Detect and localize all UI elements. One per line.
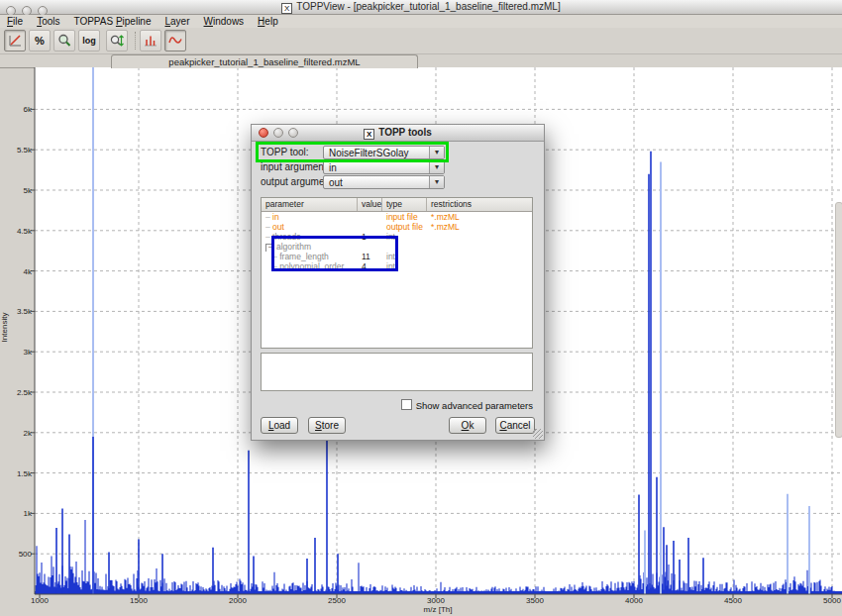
y-tick-4k: 4k <box>0 267 32 276</box>
param-row-threads[interactable]: – threads1int <box>262 232 532 242</box>
param-row-frame_length[interactable]: – frame_length11int <box>262 252 532 261</box>
parameter-table-header: parametervaluetyperestrictions <box>262 198 532 212</box>
output-argument-select[interactable]: out ▾ <box>323 175 445 189</box>
topp-tools-dialog: XTOPP tools TOPP tool: NoiseFilterSGolay… <box>251 124 545 441</box>
reset-zoom-button[interactable] <box>4 30 26 51</box>
menu-layer[interactable]: Layer <box>158 15 197 28</box>
param-row-in[interactable]: – ininput file*.mzML <box>262 212 532 222</box>
chevron-down-icon: ▾ <box>429 161 444 173</box>
advanced-checkbox[interactable] <box>401 399 412 410</box>
input-argument-row: input argument: in ▾ <box>252 160 544 174</box>
input-argument-select[interactable]: in ▾ <box>323 160 445 174</box>
diagonal-line-icon <box>7 33 23 49</box>
menu-toppas-pipeline[interactable]: TOPPAS Pipeline <box>66 15 158 28</box>
y-tick-1.5k: 1.5k <box>0 469 32 478</box>
topp-tool-value: NoiseFilterSGolay <box>329 148 409 158</box>
x-tick-2000: 2000 <box>216 596 260 605</box>
x-tick-1500: 1500 <box>117 596 160 605</box>
menu-bar: FileToolsTOPPAS PipelineLayerWindowsHelp <box>0 15 842 28</box>
x-tick-2500: 2500 <box>315 596 359 605</box>
y-axis-title: Intensity <box>0 298 9 358</box>
menu-help[interactable]: Help <box>251 15 285 28</box>
magnifier-icon <box>56 33 72 49</box>
load-button[interactable]: Load <box>261 417 298 434</box>
param-row-polynomial_order[interactable]: – polynomial_order4int <box>262 261 532 271</box>
cancel-button[interactable]: Cancel <box>495 417 535 434</box>
dialog-titlebar[interactable]: XTOPP tools <box>252 125 544 142</box>
topp-tool-select[interactable]: NoiseFilterSGolay ▾ <box>323 146 445 159</box>
chevron-down-icon: ▾ <box>429 147 444 158</box>
input-argument-value: in <box>329 162 337 173</box>
y-tick-2.5k: 2.5k <box>0 388 32 397</box>
column-header-type[interactable]: type <box>382 198 427 211</box>
stick-spectrum-icon <box>143 33 158 49</box>
log-icon: log <box>82 36 96 46</box>
topp-tool-label: TOPP tool: <box>261 147 309 157</box>
x-tick-4000: 4000 <box>612 596 656 605</box>
menu-windows[interactable]: Windows <box>197 15 252 28</box>
log-intensity-button[interactable]: log <box>78 30 100 51</box>
ok-button[interactable]: Ok <box>449 417 486 434</box>
chevron-down-icon: ▾ <box>429 176 444 188</box>
y-tick-4.5k: 4.5k <box>0 227 32 236</box>
window-title: TOPPView - [peakpicker_tutorial_1_baseli… <box>296 1 560 12</box>
store-button[interactable]: Store <box>308 417 346 434</box>
column-header-parameter[interactable]: parameter <box>262 198 358 211</box>
parameter-table-body: – ininput file*.mzML– outoutput file*.mz… <box>262 212 532 271</box>
advanced-checkbox-label: Show advanced parameters <box>416 400 533 411</box>
magnifier-arrows-icon <box>109 33 125 49</box>
peak-mode-button[interactable] <box>140 30 161 51</box>
advanced-parameters-row: Show advanced parameters <box>401 399 533 410</box>
param-row-out[interactable]: – outoutput file*.mzML <box>262 222 532 232</box>
output-argument-value: out <box>329 177 343 188</box>
right-scrollbar[interactable] <box>835 202 842 438</box>
percentage-intensity-button[interactable]: % <box>29 30 51 51</box>
profile-mode-button[interactable] <box>164 30 186 51</box>
zoom-mode-button[interactable] <box>53 30 75 51</box>
y-tick-5.5k: 5.5k <box>0 146 32 154</box>
tab-bar: peakpicker_tutorial_1_baseline_filtered.… <box>0 53 842 68</box>
resize-grip[interactable] <box>533 429 543 439</box>
window-titlebar[interactable]: XTOPPView - [peakpicker_tutorial_1_basel… <box>0 0 842 15</box>
input-argument-label: input argument: <box>261 161 330 172</box>
topp-tool-row: TOPP tool: NoiseFilterSGolay ▾ <box>252 146 544 159</box>
toolbar: % log <box>0 28 842 54</box>
y-tick-1k: 1k <box>0 509 32 518</box>
description-box <box>261 353 533 391</box>
x-tick-3000: 3000 <box>414 596 458 605</box>
app-icon: X <box>281 3 292 14</box>
param-row-algorithm[interactable]: −algorithm <box>262 242 532 252</box>
y-tick-5k: 5k <box>0 186 32 195</box>
x-tick-5000: 5000 <box>810 596 842 605</box>
y-tick-6k: 6k <box>0 105 32 114</box>
y-tick-500: 500 <box>0 550 32 559</box>
tab-mzml-file[interactable]: peakpicker_tutorial_1_baseline_filtered.… <box>111 54 418 68</box>
x-tick-4500: 4500 <box>711 596 755 605</box>
collapse-icon[interactable]: − <box>265 244 274 252</box>
snap-intensity-button[interactable] <box>106 30 128 51</box>
toolbar-separator <box>135 32 137 50</box>
percent-icon: % <box>35 35 45 47</box>
toppview-window: XTOPPView - [peakpicker_tutorial_1_basel… <box>0 0 842 616</box>
menu-file[interactable]: File <box>0 15 30 28</box>
x-tick-1000: 1000 <box>18 596 61 605</box>
dialog-title: TOPP tools <box>378 127 432 138</box>
y-tick-2k: 2k <box>0 429 32 438</box>
column-header-restrictions[interactable]: restrictions <box>427 198 530 211</box>
parameter-table[interactable]: parametervaluetyperestrictions – ininput… <box>261 197 533 349</box>
x-axis-title: m/z [Th] <box>398 605 477 614</box>
x-tick-3500: 3500 <box>513 596 557 605</box>
column-header-value[interactable]: value <box>358 198 382 211</box>
output-argument-row: output argument: out ▾ <box>252 175 544 189</box>
dialog-icon: X <box>364 129 374 140</box>
menu-tools[interactable]: Tools <box>30 15 66 28</box>
profile-line-icon <box>167 33 183 49</box>
